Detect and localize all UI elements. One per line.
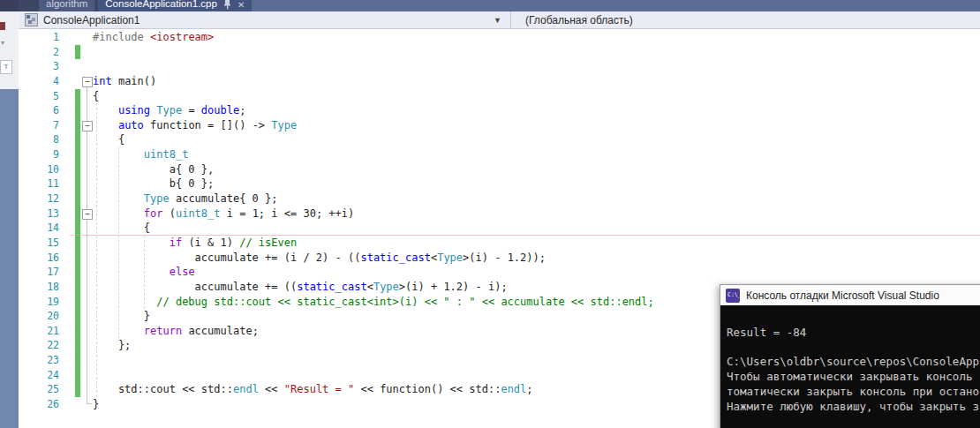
code-text: {: [93, 89, 99, 104]
line-number: 17: [19, 265, 59, 280]
code-text: for (uint8_t i = 1; i <= 30; ++i): [93, 206, 354, 222]
line-number: 14: [19, 221, 59, 236]
line-number: 19: [19, 295, 59, 310]
fold-toggle-icon[interactable]: −: [82, 77, 93, 87]
code-text: a{ 0 },: [93, 162, 214, 177]
code-line[interactable]: 10 a{ 0 },: [19, 162, 980, 177]
scope-dropdown[interactable]: (Глобальная область): [511, 11, 980, 28]
code-line[interactable]: 14 {: [19, 221, 980, 236]
code-text: Type accumulate{ 0 };: [93, 191, 278, 206]
tab-label: algorithm: [46, 0, 87, 11]
console-line: Чтобы автоматически закрывать консоль: [727, 370, 980, 385]
code-line[interactable]: 15 if (i & 1) // isEven: [19, 236, 980, 251]
change-tracking-bar: [75, 89, 80, 104]
line-number: 20: [19, 309, 59, 324]
code-line[interactable]: 1#include <iostream>: [19, 30, 980, 45]
change-tracking-bar: [75, 103, 80, 118]
console-line: [727, 341, 980, 356]
line-number: 24: [19, 368, 59, 383]
code-text: int main(): [93, 74, 156, 89]
line-number: 10: [19, 162, 59, 177]
outline-line: [87, 86, 87, 404]
line-number: 16: [19, 251, 59, 266]
change-tracking-bar: [75, 265, 80, 280]
chevron-down-icon[interactable]: ▼: [494, 16, 501, 25]
change-tracking-bar: [75, 162, 80, 177]
code-line[interactable]: 7− auto function = []() -> Type: [19, 118, 980, 133]
line-number: 4: [19, 74, 59, 89]
change-tracking-bar: [75, 382, 80, 397]
code-text: accumulate += (i / 2) - ((static_cast<Ty…: [93, 251, 546, 266]
line-number: 15: [19, 236, 59, 251]
tab-bar: algorithm ConsoleApplication1.cpp ✕: [19, 0, 980, 11]
code-line[interactable]: 12 Type accumulate{ 0 };: [19, 191, 980, 206]
line-number: 23: [19, 353, 59, 368]
code-text: {: [93, 132, 124, 147]
change-tracking-bar: [75, 221, 80, 236]
code-text: // debug std::cout << static_cast<int>(i…: [93, 295, 654, 310]
code-text: }: [93, 309, 150, 324]
code-text: #include <iostream>: [93, 30, 214, 45]
console-line: [727, 311, 980, 326]
code-line[interactable]: 17 else: [19, 265, 980, 280]
change-tracking-bar: [75, 324, 80, 339]
change-tracking-bar: [75, 176, 80, 191]
code-line[interactable]: 5{: [19, 89, 980, 104]
background-window-edge-top: [0, 0, 19, 11]
indent-guide: [118, 147, 119, 338]
line-number: 11: [19, 176, 59, 191]
close-icon[interactable]: ✕: [237, 0, 245, 11]
background-window-red-mark: [0, 22, 5, 30]
console-line: Нажмите любую клавишу, чтобы закрыть з: [727, 400, 980, 415]
code-text: auto function = []() -> Type: [93, 118, 297, 133]
code-text: accumulate += ((static_cast<Type>(i) + 1…: [93, 280, 508, 295]
code-text: {: [93, 221, 150, 236]
change-tracking-bar: [75, 295, 80, 310]
fold-toggle-icon[interactable]: −: [82, 121, 93, 131]
tiny-box-glyph: T: [0, 60, 12, 74]
project-dropdown[interactable]: ConsoleApplication1 ▼: [19, 11, 510, 28]
navigation-bar: ConsoleApplication1 ▼ (Глобальная област…: [19, 11, 980, 29]
background-window-edge: ▾ T: [0, 0, 19, 428]
console-title: Консоль отладки Microsoft Visual Studio: [746, 289, 939, 302]
line-number: 21: [19, 324, 59, 339]
code-line[interactable]: 9 uint8_t: [19, 147, 980, 162]
code-text: if (i & 1) // isEven: [93, 236, 297, 251]
code-text: using Type = double;: [93, 103, 245, 118]
console-app-icon: C:\_: [726, 289, 740, 303]
change-tracking-bar: [75, 280, 80, 295]
console-line: томатически закрыть консоль при остано: [727, 385, 980, 400]
code-text: uint8_t: [93, 147, 188, 162]
line-number: 18: [19, 280, 59, 295]
fold-toggle-icon[interactable]: −: [82, 209, 93, 220]
code-line[interactable]: 8 {: [19, 132, 980, 147]
change-tracking-bar: [75, 118, 80, 133]
tab-bar-spacer: [19, 0, 39, 11]
line-number: 5: [19, 89, 59, 104]
code-line[interactable]: 11 b{ 0 };: [19, 176, 980, 191]
tab-bar-fill: [252, 0, 980, 11]
tab-algorithm[interactable]: algorithm: [39, 0, 94, 11]
code-line[interactable]: 16 accumulate += (i / 2) - ((static_cast…: [19, 251, 980, 266]
code-line[interactable]: 6 using Type = double;: [19, 103, 980, 118]
line-number: 8: [19, 132, 59, 147]
console-output[interactable]: Result = -84 C:\Users\oldbr\source\repos…: [720, 305, 980, 428]
console-title-bar[interactable]: C:\_ Консоль отладки Microsoft Visual St…: [720, 285, 980, 305]
line-number: 6: [19, 103, 59, 118]
change-tracking-bar: [75, 147, 80, 162]
change-tracking-bar: [75, 236, 80, 251]
change-tracking-bar: [75, 353, 80, 368]
code-line[interactable]: 4−int main(): [19, 74, 980, 89]
change-tracking-bar: [75, 132, 80, 147]
code-line[interactable]: 2: [19, 45, 980, 60]
vs-ide-window: ▾ T algorithm ConsoleApplication1.cpp: [0, 0, 980, 428]
code-line[interactable]: 13− for (uint8_t i = 1; i <= 30; ++i): [19, 206, 980, 222]
change-separator-line: [70, 235, 980, 236]
change-tracking-bar: [75, 206, 80, 222]
change-tracking-bar: [75, 191, 80, 206]
line-number: 7: [19, 118, 59, 133]
pin-icon[interactable]: [223, 0, 231, 10]
tab-consoleapplication1-cpp[interactable]: ConsoleApplication1.cpp ✕: [98, 0, 252, 11]
code-line[interactable]: 3: [19, 59, 980, 74]
debug-console-window: C:\_ Консоль отладки Microsoft Visual St…: [720, 284, 980, 428]
